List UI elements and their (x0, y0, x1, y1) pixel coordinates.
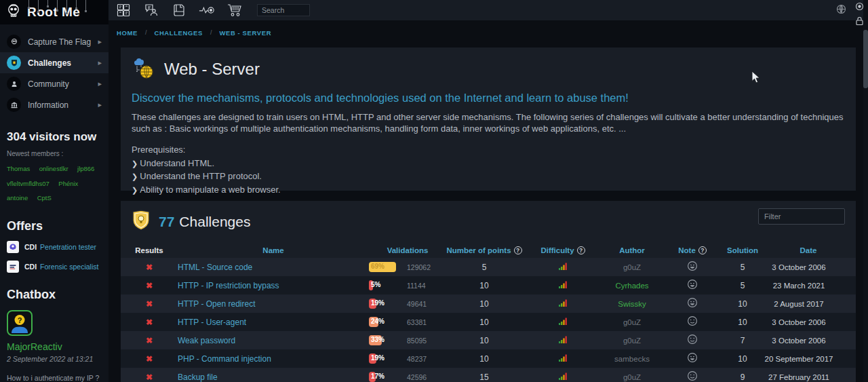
challenge-link[interactable]: HTTP - IP restriction bypass (178, 281, 369, 290)
sidebar-item-label: Challenges (28, 58, 98, 68)
solutions-count[interactable]: 5 (724, 263, 761, 272)
breadcrumb-home[interactable]: HOME (117, 29, 138, 37)
forum-icon[interactable] (143, 2, 159, 18)
ascending-bars-icon (522, 261, 604, 273)
challenge-link[interactable]: Backup file (178, 373, 369, 382)
member-link[interactable]: jlp866 (77, 165, 94, 172)
solutions-count[interactable]: 5 (724, 281, 761, 290)
scrollbar-thumb[interactable] (863, 30, 868, 88)
author-link[interactable]: Cyrhades (604, 282, 660, 290)
column-author[interactable]: Author (604, 246, 660, 254)
help-icon[interactable]: ? (514, 246, 522, 254)
table-row[interactable]: ✖ Backup file 17% 42596 15 g0uZ (121, 368, 856, 382)
validation-rate-badge: 33% (369, 335, 382, 345)
challenge-link[interactable]: HTTP - User-agent (178, 318, 369, 327)
breadcrumb-challenges[interactable]: CHALLENGES (154, 29, 202, 37)
author-link[interactable]: g0uZ (604, 318, 660, 326)
offer-link[interactable]: Penetration tester (40, 243, 96, 251)
help-icon[interactable]: ? (577, 246, 585, 254)
logo[interactable]: Root Me (0, 0, 108, 24)
person-icon (7, 77, 21, 91)
author-link[interactable]: sambecks (604, 355, 660, 363)
sidebar-item-challenges[interactable]: Challenges ▸ (0, 52, 108, 73)
member-link[interactable]: antoine (7, 194, 28, 202)
author-link[interactable]: g0uZ (604, 263, 660, 271)
offer-penetration-tester[interactable]: CDI Penetration tester (0, 241, 108, 253)
validations-cell: 33% 85095 (369, 335, 446, 345)
validations-count: 49641 (407, 300, 427, 308)
solutions-count[interactable]: 10 (724, 318, 761, 327)
manual-icon[interactable] (115, 2, 132, 18)
table-row[interactable]: ✖ HTTP - User-agent 24% 63381 10 g0uZ (121, 313, 856, 331)
column-results[interactable]: Results (121, 246, 178, 254)
chat-message: How to i authenticate my IP ? (7, 373, 102, 382)
solutions-count[interactable]: 10 (724, 299, 761, 309)
shop-icon[interactable] (226, 2, 243, 18)
validation-rate-badge: 19% (369, 354, 376, 364)
resources-icon[interactable] (171, 2, 187, 18)
solutions-count[interactable]: 10 (724, 354, 761, 364)
offer-forensic-specialist[interactable]: CDI Forensic specialist (0, 261, 108, 273)
author-link[interactable]: g0uZ (604, 373, 660, 381)
solutions-count[interactable]: 9 (724, 373, 761, 382)
author-link[interactable]: Swissky (604, 300, 660, 308)
table-row[interactable]: ✖ HTTP - Open redirect 19% 49641 10 Swis… (121, 294, 856, 313)
offer-contract-type: CDI (24, 243, 37, 251)
not-validated-icon: ✖ (121, 373, 178, 382)
publish-date: 3 October 2006 (761, 337, 856, 345)
challenge-link[interactable]: HTTP - Open redirect (178, 299, 369, 309)
challenge-link[interactable]: Weak password (178, 336, 369, 345)
search-input[interactable] (257, 4, 310, 16)
offer-link[interactable]: Forensic specialist (40, 263, 98, 271)
column-note[interactable]: Note? (660, 246, 724, 254)
chevron-right-icon: ▸ (98, 79, 102, 88)
not-validated-icon: ✖ (121, 354, 178, 364)
table-row[interactable]: ✖ HTTP - IP restriction bypass 5% 11144 … (121, 276, 856, 294)
author-link[interactable]: g0uZ (604, 337, 660, 345)
sidebar-item-information[interactable]: Information ▸ (0, 94, 108, 115)
sidebar-item-community[interactable]: Community ▸ (0, 73, 108, 94)
table-row[interactable]: ✖ PHP - Command injection 19% 48237 10 s… (121, 349, 856, 368)
filter-input[interactable] (758, 208, 845, 225)
member-link[interactable]: CptS (37, 194, 52, 202)
member-link[interactable]: onlinestlkr (39, 165, 68, 172)
breadcrumb-separator: / (145, 29, 147, 36)
column-solution[interactable]: Solution (724, 246, 761, 254)
table-row[interactable]: ✖ HTML - Source code 69% 129062 5 g0uZ (121, 258, 856, 276)
lock-icon[interactable] (855, 16, 864, 28)
challenge-link[interactable]: HTML - Source code (178, 263, 369, 272)
sidebar-item-capture-the-flag[interactable]: Capture The Flag ▸ (0, 31, 108, 52)
category-description: These challenges are designed to train u… (132, 112, 845, 134)
breadcrumb: HOME / CHALLENGES / WEB - SERVER (108, 20, 868, 45)
chevron-right-icon: ▸ (98, 58, 102, 67)
challenge-link[interactable]: PHP - Command injection (178, 354, 369, 364)
member-link[interactable]: vfleltvmfldhs07 (7, 180, 50, 187)
activity-icon[interactable] (199, 2, 215, 18)
edge-widgets (855, 1, 864, 28)
globe-icon[interactable] (836, 4, 846, 17)
column-points[interactable]: Number of points? (446, 246, 522, 254)
help-icon[interactable]: ? (698, 246, 707, 254)
not-validated-icon: ✖ (121, 281, 178, 290)
publish-date: 2 August 2017 (761, 300, 856, 308)
topbar (108, 0, 868, 20)
scrollbar[interactable] (863, 0, 868, 382)
chatbox: ? MajorReactiv 2 September 2022 at 13:21… (0, 310, 108, 382)
validations-cell: 19% 49641 (369, 299, 446, 309)
chat-username[interactable]: MajorReactiv (7, 341, 102, 352)
column-validations[interactable]: Validations (369, 246, 446, 254)
breadcrumb-separator: / (210, 29, 212, 36)
column-date[interactable]: Date (761, 246, 856, 254)
validation-rate-badge: 69% (369, 262, 396, 272)
solutions-count[interactable]: 7 (724, 336, 761, 345)
table-row[interactable]: ✖ Weak password 33% 85095 10 g0uZ (121, 331, 856, 349)
ascending-bars-icon (522, 298, 604, 310)
member-link[interactable]: Thomas (7, 165, 30, 172)
avatar[interactable]: ? (7, 310, 102, 339)
column-difficulty[interactable]: Difficulty? (522, 246, 604, 254)
note-face-icon (660, 316, 724, 329)
target-icon[interactable] (855, 1, 864, 14)
validations-count: 85095 (407, 337, 427, 345)
member-link[interactable]: Phénix (58, 180, 78, 187)
column-name[interactable]: Name (178, 246, 369, 254)
